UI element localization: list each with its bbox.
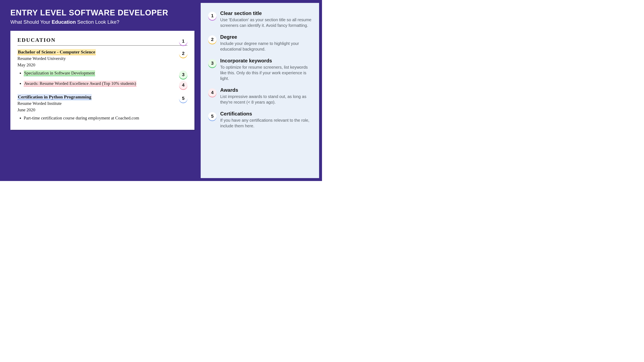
tip-body: Use 'Education' as your section title so…: [220, 17, 312, 28]
degree-date: May 2020: [18, 62, 176, 68]
page-subtitle: What Should Your Education Section Look …: [10, 19, 194, 25]
tip-1: 1 Clear section title Use 'Education' as…: [208, 11, 312, 28]
tip-body: Include your degree name to highlight yo…: [220, 41, 312, 52]
tip-title: Certifications: [220, 111, 312, 117]
certification-block: Certification in Python Programming Resu…: [18, 94, 188, 121]
tip-3: 3 Incorporate keywords To optimize for r…: [208, 58, 312, 81]
cert-bullets: Part-time certification course during em…: [24, 115, 188, 121]
badge-1: 1: [179, 37, 188, 45]
subtitle-bold: Education: [52, 19, 76, 25]
cert-institution: Resume Worded Institute: [18, 101, 176, 106]
divider: [18, 45, 188, 46]
list-item: Awards: Resume Worded Excellence Award (…: [24, 81, 188, 89]
badge-5: 5: [179, 94, 188, 103]
badge-3: 3: [179, 71, 188, 79]
left-column: ENTRY LEVEL SOFTWARE DEVELOPER What Shou…: [0, 0, 201, 181]
tip-body: If you have any certifications relevant …: [220, 118, 312, 129]
tip-badge-2: 2: [208, 35, 216, 44]
bullet-specialization: Specialization in Software Development: [24, 70, 95, 76]
cert-line: Certification in Python Programming: [18, 94, 92, 100]
degree-institution: Resume Worded University: [18, 56, 176, 61]
bullet-award: Awards: Resume Worded Excellence Award (…: [24, 81, 136, 87]
tip-body: List impressive awards to stand out, as …: [220, 94, 312, 105]
tip-badge-4: 4: [208, 88, 216, 97]
cert-date: June 2020: [18, 107, 176, 113]
degree-bullets: Specialization in Software Development 3…: [24, 71, 188, 89]
badge-2: 2: [179, 49, 188, 58]
tip-badge-5: 5: [208, 112, 216, 120]
education-heading: EDUCATION: [18, 37, 176, 45]
degree-line: Bachelor of Science - Computer Science: [18, 49, 96, 55]
tip-badge-3: 3: [208, 59, 216, 67]
badge-4: 4: [179, 81, 188, 89]
list-item: Specialization in Software Development 3: [24, 71, 188, 79]
list-item: Part-time certification course during em…: [24, 115, 188, 121]
subtitle-pre: What Should Your: [10, 19, 52, 25]
resume-example-card: EDUCATION 1 Bachelor of Science - Comput…: [10, 31, 194, 130]
tip-title: Awards: [220, 87, 312, 93]
tip-5: 5 Certifications If you have any certifi…: [208, 111, 312, 129]
tip-title: Degree: [220, 34, 312, 40]
page-title: ENTRY LEVEL SOFTWARE DEVELOPER: [10, 8, 194, 18]
cert-bullet-text: Part-time certification course during em…: [24, 115, 139, 120]
infographic-canvas: ENTRY LEVEL SOFTWARE DEVELOPER What Shou…: [0, 0, 322, 181]
tip-4: 4 Awards List impressive awards to stand…: [208, 87, 312, 105]
tip-title: Incorporate keywords: [220, 58, 312, 64]
tip-badge-1: 1: [208, 12, 216, 20]
tip-body: To optimize for resume screeners, list k…: [220, 65, 312, 81]
tip-title: Clear section title: [220, 11, 312, 16]
subtitle-post: Section Look Like?: [76, 19, 119, 25]
tip-2: 2 Degree Include your degree name to hig…: [208, 34, 312, 52]
tips-panel: 1 Clear section title Use 'Education' as…: [201, 3, 319, 178]
